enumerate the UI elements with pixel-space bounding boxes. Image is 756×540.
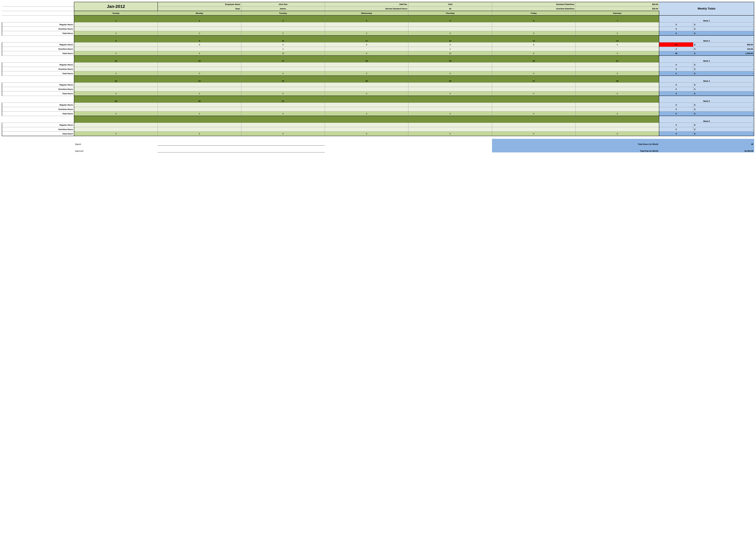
regular-hours-cell[interactable] xyxy=(408,63,492,67)
overtime-hours-cell[interactable] xyxy=(158,47,241,51)
regular-hours-cell[interactable] xyxy=(492,123,576,127)
val-norm-hours[interactable]: 40 xyxy=(408,7,492,11)
regular-hours-cell[interactable] xyxy=(158,82,241,87)
regular-hours-cell[interactable] xyxy=(158,103,241,107)
val-dept[interactable]: Admin. xyxy=(241,7,325,11)
overtime-hours-cell[interactable] xyxy=(325,127,408,132)
overtime-hours-cell[interactable] xyxy=(575,67,659,71)
date-cell: 11 xyxy=(325,36,408,43)
regular-hours-cell[interactable] xyxy=(325,63,408,67)
regular-hours-cell[interactable] xyxy=(575,63,659,67)
val-ot-rate[interactable]: $30.00 xyxy=(575,7,659,11)
overtime-hours-cell[interactable] xyxy=(492,107,576,111)
regular-hours-cell[interactable] xyxy=(408,22,492,27)
date-cell xyxy=(158,116,241,123)
overtime-hours-cell[interactable] xyxy=(158,127,241,132)
overtime-hours-cell[interactable] xyxy=(158,67,241,71)
overtime-hours-cell[interactable] xyxy=(241,87,325,91)
val-std-rate[interactable]: $20.00 xyxy=(575,2,659,7)
overtime-hours-cell[interactable] xyxy=(74,87,158,91)
regular-hours-cell[interactable] xyxy=(492,103,576,107)
regular-hours-cell[interactable] xyxy=(241,22,325,27)
regular-hours-cell[interactable] xyxy=(325,103,408,107)
overtime-hours-cell[interactable] xyxy=(575,47,659,51)
overtime-hours-cell[interactable] xyxy=(325,27,408,31)
regular-hours-cell[interactable] xyxy=(74,123,158,127)
overtime-hours-cell[interactable] xyxy=(158,107,241,111)
overtime-hours-cell[interactable] xyxy=(241,67,325,71)
signed-line[interactable] xyxy=(157,139,325,146)
overtime-hours-cell[interactable] xyxy=(408,127,492,132)
regular-hours-cell[interactable] xyxy=(408,103,492,107)
regular-hours-cell[interactable] xyxy=(408,123,492,127)
regular-hours-cell[interactable] xyxy=(74,82,158,87)
overtime-hours-cell[interactable] xyxy=(492,67,576,71)
overtime-hours-cell[interactable] xyxy=(74,107,158,111)
date-cell: 27 xyxy=(492,76,576,82)
overtime-hours-cell[interactable] xyxy=(158,87,241,91)
regular-hours-cell[interactable] xyxy=(408,82,492,87)
regular-hours-cell[interactable] xyxy=(325,123,408,127)
regular-hours-cell[interactable] xyxy=(575,22,659,27)
regular-hours-cell[interactable] xyxy=(575,123,659,127)
regular-hours-cell[interactable] xyxy=(74,63,158,67)
regular-hours-amt: $- xyxy=(693,22,754,27)
regular-hours-cell[interactable] xyxy=(492,22,576,27)
overtime-hours-cell[interactable] xyxy=(241,107,325,111)
overtime-hours-cell[interactable] xyxy=(325,47,408,51)
regular-hours-cell[interactable]: 4 xyxy=(575,43,659,47)
regular-hours-cell[interactable] xyxy=(241,123,325,127)
overtime-hours-cell[interactable] xyxy=(241,127,325,132)
approved-line[interactable] xyxy=(157,146,325,152)
regular-hours-cell[interactable] xyxy=(241,103,325,107)
total-hours-cell: 0 xyxy=(325,31,408,36)
overtime-hours-cell[interactable] xyxy=(325,87,408,91)
regular-hours-cell[interactable] xyxy=(325,82,408,87)
regular-hours-cell[interactable] xyxy=(158,63,241,67)
regular-hours-cell[interactable] xyxy=(492,82,576,87)
overtime-hours-cell[interactable] xyxy=(575,27,659,31)
regular-hours-cell[interactable] xyxy=(492,63,576,67)
val-staff-no[interactable]: 1234 xyxy=(408,2,492,7)
overtime-hours-cell[interactable] xyxy=(492,27,576,31)
regular-hours-cell[interactable]: 8 xyxy=(408,43,492,47)
regular-hours-cell[interactable] xyxy=(575,82,659,87)
overtime-hours-cell[interactable] xyxy=(575,87,659,91)
regular-hours-cell[interactable]: 8 xyxy=(241,43,325,47)
overtime-hours-cell[interactable] xyxy=(74,67,158,71)
regular-hours-cell[interactable] xyxy=(74,103,158,107)
overtime-hours-cell[interactable] xyxy=(158,27,241,31)
overtime-hours-cell[interactable] xyxy=(325,67,408,71)
overtime-hours-cell[interactable] xyxy=(408,87,492,91)
val-emp-name[interactable]: John Doe xyxy=(241,2,325,7)
regular-hours-cell[interactable]: 8 xyxy=(325,43,408,47)
overtime-hours-cell[interactable] xyxy=(575,107,659,111)
overtime-hours-cell[interactable] xyxy=(492,87,576,91)
overtime-hours-cell[interactable] xyxy=(74,127,158,132)
overtime-hours-cell[interactable] xyxy=(241,27,325,31)
regular-hours-cell[interactable] xyxy=(74,22,158,27)
overtime-hours-cell[interactable] xyxy=(408,67,492,71)
regular-hours-amt: $- xyxy=(693,82,754,87)
overtime-hours-cell[interactable]: 2 xyxy=(408,47,492,51)
regular-hours-cell[interactable] xyxy=(325,22,408,27)
total-hours-cell: 0 xyxy=(74,31,158,36)
regular-hours-cell[interactable] xyxy=(158,123,241,127)
date-cell: 25 xyxy=(325,76,408,82)
overtime-hours-cell[interactable] xyxy=(408,107,492,111)
overtime-hours-cell[interactable] xyxy=(492,127,576,132)
overtime-hours-cell[interactable] xyxy=(575,127,659,132)
overtime-hours-cell[interactable] xyxy=(325,107,408,111)
regular-hours-cell[interactable] xyxy=(74,43,158,47)
regular-hours-cell[interactable] xyxy=(158,22,241,27)
regular-hours-cell[interactable]: 8 xyxy=(492,43,576,47)
regular-hours-cell[interactable] xyxy=(241,82,325,87)
regular-hours-cell[interactable] xyxy=(241,63,325,67)
overtime-hours-cell[interactable] xyxy=(492,47,576,51)
overtime-hours-cell[interactable] xyxy=(74,27,158,31)
regular-hours-cell[interactable]: 8 xyxy=(158,43,241,47)
overtime-hours-cell[interactable] xyxy=(408,27,492,31)
regular-hours-cell[interactable] xyxy=(575,103,659,107)
overtime-hours-cell[interactable]: 2 xyxy=(241,47,325,51)
overtime-hours-cell[interactable] xyxy=(74,47,158,51)
